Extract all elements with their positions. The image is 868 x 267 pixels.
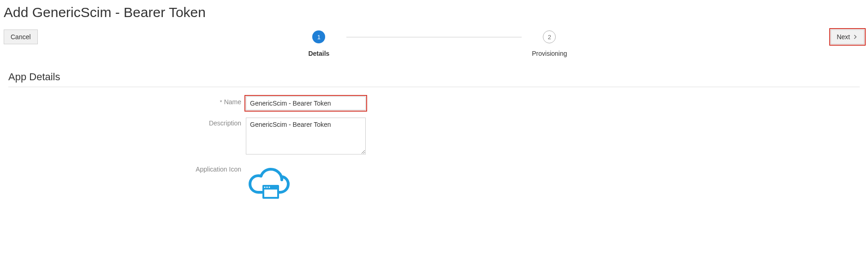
next-button[interactable]: Next (831, 30, 864, 44)
page-title: Add GenericScim - Bearer Token (4, 5, 864, 20)
cancel-button[interactable]: Cancel (4, 30, 38, 44)
step-details[interactable]: 1 Details (291, 30, 346, 57)
svg-rect-1 (264, 190, 277, 197)
step-label-2: Provisioning (532, 50, 567, 57)
section-title-app-details: App Details (8, 71, 864, 83)
form-row-description: Description GenericScim - Bearer Token (8, 118, 864, 156)
name-input[interactable] (246, 96, 366, 110)
form-row-name: * Name (8, 96, 864, 110)
stepper: 1 Details 2 Provisioning (38, 30, 831, 57)
top-bar: Cancel 1 Details 2 Provisioning Next (4, 30, 864, 57)
svg-point-3 (267, 187, 268, 188)
step-connector (346, 37, 522, 37)
step-circle-1: 1 (312, 30, 325, 43)
description-label: Description (209, 119, 241, 127)
step-provisioning[interactable]: 2 Provisioning (522, 30, 577, 57)
step-label-1: Details (308, 50, 329, 57)
chevron-right-icon (852, 34, 858, 40)
section-divider (8, 87, 860, 87)
form-app-details: * Name Description GenericScim - Bearer … (8, 96, 864, 203)
name-label: Name (224, 98, 241, 106)
cloud-app-icon[interactable] (246, 164, 292, 203)
svg-point-2 (264, 187, 266, 188)
next-button-label: Next (837, 33, 850, 41)
svg-point-4 (269, 187, 270, 188)
form-row-app-icon: Application Icon (8, 164, 864, 203)
app-icon-label: Application Icon (196, 166, 241, 173)
required-indicator: * (220, 99, 222, 106)
step-circle-2: 2 (543, 30, 556, 43)
description-textarea[interactable]: GenericScim - Bearer Token (246, 118, 366, 154)
